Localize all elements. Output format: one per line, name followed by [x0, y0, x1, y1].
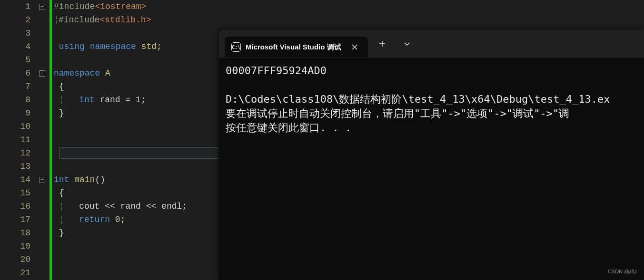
- code-line[interactable]: }: [54, 226, 219, 240]
- namespace-name: A: [105, 68, 110, 78]
- terminal-output[interactable]: 00007FFF95924AD0 D:\Codes\class108\数据结构初…: [219, 58, 644, 280]
- keyword: return: [79, 215, 110, 224]
- fold-toggle[interactable]: −: [39, 70, 45, 77]
- code-line[interactable]: ¦ cout << rand << endl;: [54, 200, 219, 213]
- close-tab-button[interactable]: [348, 40, 361, 54]
- keyword: namespace: [90, 42, 136, 51]
- line-number: 16: [0, 200, 30, 213]
- include-target: <stdlib.h>: [99, 15, 151, 25]
- code-line[interactable]: [54, 133, 219, 146]
- code-line[interactable]: int main(): [54, 173, 219, 186]
- line-number: 5: [0, 53, 30, 67]
- number: 0: [115, 215, 120, 224]
- code-editor[interactable]: 123456789101112131415161718192021 −−− #i…: [0, 0, 219, 280]
- line-number: 18: [0, 226, 30, 240]
- close-icon: [351, 44, 358, 50]
- line-number: 3: [0, 27, 30, 40]
- code-area[interactable]: #include<iostream> ¦#include<stdlib.h> u…: [52, 0, 219, 280]
- fold-toggle[interactable]: −: [39, 4, 45, 10]
- code-line[interactable]: [54, 253, 219, 266]
- identifier: rand: [120, 202, 141, 211]
- keyword: int: [54, 175, 69, 184]
- line-number: 6: [0, 67, 30, 80]
- plus-icon: [378, 40, 386, 48]
- operator: =: [125, 95, 130, 105]
- preprocessor: #include: [54, 2, 95, 11]
- code-line[interactable]: using namespace std;: [54, 40, 219, 53]
- parens: (): [95, 175, 105, 184]
- line-number: 12: [0, 146, 30, 160]
- operator: <<: [146, 202, 157, 211]
- indent-guide: ¦: [54, 13, 59, 27]
- brace: }: [59, 108, 64, 118]
- terminal-tab-title: Microsoft Visual Studio 调试: [246, 43, 341, 52]
- indent-guide: ¦: [59, 213, 64, 226]
- line-number: 13: [0, 160, 30, 173]
- code-line[interactable]: ¦#include<stdlib.h>: [54, 13, 219, 27]
- line-number: 2: [0, 13, 30, 27]
- debug-console-window[interactable]: C:\ Microsoft Visual Studio 调试 00007FFF9…: [219, 29, 644, 280]
- operator: <<: [105, 202, 115, 211]
- punct: ;: [182, 202, 187, 211]
- line-number: 4: [0, 40, 30, 53]
- line-number: 9: [0, 106, 30, 120]
- line-number: 21: [0, 266, 30, 280]
- watermark: CSDN @鸡c: [608, 268, 637, 275]
- identifier: endl: [161, 202, 182, 211]
- fold-column: −−−: [37, 0, 50, 280]
- line-number-gutter: 123456789101112131415161718192021: [0, 0, 37, 280]
- brace: }: [59, 228, 64, 238]
- new-tab-button[interactable]: [372, 33, 393, 54]
- fold-toggle[interactable]: −: [39, 177, 45, 183]
- code-line[interactable]: #include<iostream>: [54, 0, 219, 13]
- identifier: cout: [79, 202, 99, 211]
- punct: ;: [157, 42, 162, 51]
- function-name: main: [74, 175, 95, 184]
- code-line[interactable]: [54, 266, 219, 280]
- code-line[interactable]: {: [54, 80, 219, 93]
- line-number: 7: [0, 80, 30, 93]
- code-line[interactable]: [54, 27, 219, 40]
- number: 1: [136, 95, 141, 105]
- output-line: D:\Codes\class108\数据结构初阶\test_4_13\x64\D…: [226, 93, 610, 105]
- punct: ;: [120, 215, 126, 224]
- code-line[interactable]: namespace A: [54, 67, 219, 80]
- terminal-titlebar[interactable]: C:\ Microsoft Visual Studio 调试: [219, 29, 644, 58]
- line-number: 17: [0, 213, 30, 226]
- line-number: 11: [0, 133, 30, 146]
- code-line[interactable]: [54, 160, 219, 173]
- line-number: 10: [0, 120, 30, 133]
- line-number: 20: [0, 253, 30, 266]
- output-line: 按任意键关闭此窗口. . .: [226, 122, 351, 134]
- code-line[interactable]: [54, 240, 219, 253]
- code-line[interactable]: [54, 53, 219, 67]
- brace: {: [59, 82, 64, 91]
- terminal-icon: C:\: [231, 42, 241, 52]
- code-line[interactable]: ¦ return 0;: [54, 213, 219, 226]
- line-number: 14: [0, 173, 30, 186]
- include-target: <iostream>: [95, 2, 146, 11]
- line-number: 1: [0, 0, 30, 13]
- terminal-tab[interactable]: C:\ Microsoft Visual Studio 调试: [225, 37, 368, 58]
- line-number: 15: [0, 186, 30, 200]
- indent-guide: ¦: [59, 200, 64, 213]
- code-line[interactable]: }: [54, 106, 219, 120]
- line-number: 8: [0, 93, 30, 106]
- chevron-down-icon: [404, 40, 410, 47]
- code-line[interactable]: ¦ int rand = 1;: [54, 93, 219, 106]
- keyword: using: [59, 42, 85, 51]
- code-line[interactable]: [54, 120, 219, 133]
- output-line: 要在调试停止时自动关闭控制台，请启用"工具"->"选项"->"调试"->"调: [226, 107, 569, 119]
- indent-guide: ¦: [59, 93, 64, 106]
- brace: {: [59, 188, 64, 198]
- punct: ;: [141, 95, 146, 105]
- code-line[interactable]: {: [54, 186, 219, 200]
- keyword: namespace: [54, 68, 100, 78]
- identifier: std: [141, 42, 157, 51]
- tab-dropdown-button[interactable]: [396, 33, 417, 54]
- keyword: int: [79, 95, 94, 105]
- preprocessor: #include: [59, 15, 99, 25]
- identifier: rand: [99, 95, 120, 105]
- output-line: 00007FFF95924AD0: [226, 65, 327, 77]
- line-number: 19: [0, 240, 30, 253]
